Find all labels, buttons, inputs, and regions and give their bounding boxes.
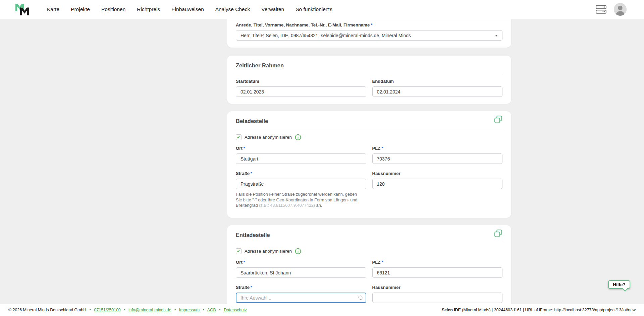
info-icon	[295, 248, 301, 254]
footer-link-agb[interactable]: AGB	[207, 308, 216, 312]
footer-separator: •	[90, 308, 91, 312]
anonymize-label: Adresse anonymisieren	[245, 249, 292, 254]
beladestelle-card: Beladestelle ✓ Adresse anonymisieren	[227, 111, 511, 218]
footer: © 2026 Mineral Minds Deutschland GmbH • …	[0, 304, 644, 316]
required-mark: *	[381, 260, 383, 265]
server-stack-icon[interactable]	[596, 5, 606, 14]
anonymize-label: Adresse anonymisieren	[245, 135, 292, 140]
startdatum-input[interactable]	[236, 86, 366, 97]
required-mark: *	[244, 146, 245, 151]
contact-select-value: Herr, TitelP, Selen, IDE, 0987/654321, s…	[240, 33, 411, 38]
required-mark: *	[244, 260, 245, 265]
anonymize-checkbox[interactable]: ✓	[236, 134, 241, 140]
nav-item-analyse-check[interactable]: Analyse Check	[215, 6, 250, 12]
beladestelle-strasse-input[interactable]	[236, 179, 366, 189]
entladestelle-hausnummer-input[interactable]	[372, 293, 503, 303]
entladestelle-strasse-input[interactable]	[236, 293, 366, 303]
nav-item-richtpreis[interactable]: Richtpreis	[137, 6, 160, 12]
loading-spinner-icon	[358, 296, 363, 300]
plz-label: PLZ*	[372, 259, 503, 265]
user-avatar-icon[interactable]	[614, 3, 627, 16]
timeframe-title: Zeitlicher Rahmen	[236, 62, 284, 69]
divider	[236, 243, 502, 243]
beladestelle-strasse-group: Straße*	[236, 171, 366, 189]
copy-button[interactable]	[494, 115, 502, 125]
footer-separator: •	[174, 308, 176, 312]
geo-coords-example: (z.B.: 48.8115607,9.4077422)	[259, 203, 315, 208]
strasse-hint-text: Falls die Position keiner Straße zugeord…	[236, 192, 367, 208]
enddatum-input[interactable]	[372, 86, 503, 97]
footer-separator: •	[124, 308, 125, 312]
divider	[236, 73, 502, 73]
ort-label: Ort*	[236, 145, 366, 151]
anonymize-checkbox[interactable]: ✓	[236, 248, 241, 254]
beladestelle-plz-input[interactable]	[372, 153, 503, 164]
footer-link-phone[interactable]: 07151/250100	[94, 308, 121, 312]
entladestelle-ort-group: Ort*	[236, 259, 366, 278]
startdatum-label: Startdatum	[236, 78, 366, 84]
footer-right: Selen IDE (Mineral Minds) | 30244603d161…	[442, 308, 636, 312]
footer-link-email[interactable]: info@mineral-minds.de	[128, 308, 171, 312]
info-button[interactable]	[295, 134, 301, 140]
top-navigation: Karte Projekte Positionen Richtpreis Ein…	[0, 0, 644, 19]
info-icon	[295, 134, 301, 140]
footer-left: © 2026 Mineral Minds Deutschland GmbH • …	[8, 308, 247, 312]
nav-right-icons	[596, 0, 627, 19]
nav-item-positionen[interactable]: Positionen	[101, 6, 125, 12]
logo-icon	[15, 4, 29, 15]
contact-label-text: Anrede, Titel, Vorname, Nachname, Tel.-N…	[236, 22, 370, 27]
beladestelle-ort-input[interactable]	[236, 153, 366, 164]
contact-label: Anrede, Titel, Vorname, Nachname, Tel.-N…	[236, 22, 502, 28]
info-button[interactable]	[295, 248, 301, 254]
entladestelle-strasse-group: Straße*	[236, 285, 366, 303]
nav-item-projekte[interactable]: Projekte	[71, 6, 90, 12]
footer-separator: •	[219, 308, 220, 312]
speech-bubble-tail	[623, 286, 628, 292]
entladestelle-plz-group: PLZ*	[372, 259, 503, 278]
checkmark-icon: ✓	[237, 249, 240, 254]
strasse-label: Straße*	[236, 285, 366, 290]
nav-item-verwalten[interactable]: Verwalten	[261, 6, 284, 12]
enddatum-label: Enddatum	[372, 78, 503, 84]
required-mark: *	[251, 171, 252, 176]
entladestelle-ort-input[interactable]	[236, 267, 366, 278]
main-menu: Karte Projekte Positionen Richtpreis Ein…	[47, 0, 332, 19]
copy-icon	[494, 229, 502, 238]
beladestelle-plz-group: PLZ*	[372, 145, 503, 164]
footer-debug-info: (Mineral Minds) | 30244603d161 | URL of …	[461, 308, 636, 312]
hausnummer-label: Hausnummer	[372, 171, 503, 176]
nav-item-karte[interactable]: Karte	[47, 6, 59, 12]
required-mark: *	[251, 285, 252, 290]
entladestelle-card: Entladestelle ✓ Adresse anonymisieren	[227, 225, 511, 316]
footer-link-datenschutz[interactable]: Datenschutz	[224, 308, 247, 312]
mineral-minds-logo[interactable]	[15, 4, 29, 15]
contact-select[interactable]: Herr, TitelP, Selen, IDE, 0987/654321, s…	[236, 30, 502, 41]
beladestelle-ort-group: Ort*	[236, 145, 366, 164]
strasse-label: Straße*	[236, 171, 366, 176]
help-button-label: Hilfe?	[613, 282, 626, 287]
required-mark: *	[371, 22, 372, 27]
nav-item-einbauweisen[interactable]: Einbauweisen	[171, 6, 204, 12]
required-mark: *	[381, 146, 383, 151]
nav-item-so-funktionierts[interactable]: So funktioniert's	[296, 6, 332, 12]
startdatum-field-group: Startdatum	[236, 78, 366, 97]
divider	[236, 129, 502, 129]
chevron-down-icon	[495, 35, 498, 37]
footer-user-name: Selen IDE	[442, 308, 461, 312]
hausnummer-label: Hausnummer	[372, 285, 503, 290]
timeframe-card: Zeitlicher Rahmen Startdatum Enddatum	[227, 56, 511, 104]
copy-button[interactable]	[494, 229, 502, 239]
entladestelle-title: Entladestelle	[236, 232, 270, 238]
copyright-text: © 2026 Mineral Minds Deutschland GmbH	[8, 308, 86, 312]
entladestelle-hausnummer-group: Hausnummer	[372, 285, 503, 303]
plz-label: PLZ*	[372, 145, 503, 151]
checkmark-icon: ✓	[237, 135, 240, 140]
ort-label: Ort*	[236, 259, 366, 265]
footer-link-impressum[interactable]: Impressum	[179, 308, 200, 312]
copy-icon	[494, 115, 502, 124]
enddatum-field-group: Enddatum	[372, 78, 503, 97]
help-button[interactable]: Hilfe?	[608, 280, 630, 289]
entladestelle-plz-input[interactable]	[372, 267, 503, 278]
beladestelle-title: Beladestelle	[236, 118, 268, 124]
beladestelle-hausnummer-input[interactable]	[372, 179, 503, 189]
